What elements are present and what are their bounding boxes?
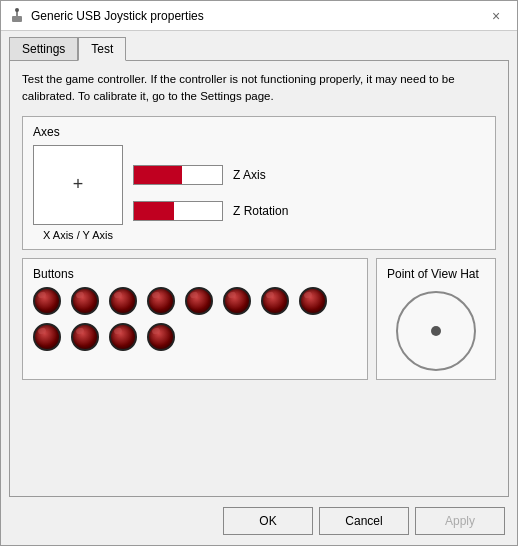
pov-circle — [396, 291, 476, 371]
axes-content: + X Axis / Y Axis Z Axis — [33, 145, 485, 241]
buttons-section: Buttons — [22, 258, 368, 380]
button-1 — [33, 287, 61, 315]
crosshair-icon: + — [73, 174, 84, 195]
z-axis-fill — [134, 166, 182, 184]
title-bar: Generic USB Joystick properties × — [1, 1, 517, 31]
z-rotation-bar — [133, 201, 223, 221]
lower-section: Buttons — [22, 258, 496, 380]
axes-section: Axes + X Axis / Y Axis Z Axis — [22, 116, 496, 250]
z-rotation-label: Z Rotation — [233, 204, 288, 218]
xy-axis-label: X Axis / Y Axis — [43, 229, 113, 241]
button-7 — [261, 287, 289, 315]
z-rotation-fill — [134, 202, 174, 220]
buttons-grid — [33, 287, 357, 351]
z-axis-row: Z Axis — [133, 165, 485, 185]
buttons-label: Buttons — [33, 267, 357, 281]
button-12 — [147, 323, 175, 351]
z-rotation-row: Z Rotation — [133, 201, 485, 221]
description-text: Test the game controller. If the control… — [22, 71, 496, 106]
close-button[interactable]: × — [483, 6, 509, 26]
button-2 — [71, 287, 99, 315]
footer: OK Cancel Apply — [1, 497, 517, 545]
button-8 — [299, 287, 327, 315]
axes-sliders: Z Axis Z Rotation — [133, 165, 485, 221]
pov-circle-container — [387, 291, 485, 371]
tab-content: Test the game controller. If the control… — [9, 60, 509, 497]
svg-point-2 — [15, 8, 19, 12]
button-4 — [147, 287, 175, 315]
tab-test[interactable]: Test — [78, 37, 126, 61]
pov-section: Point of View Hat — [376, 258, 496, 380]
buttons-row-2 — [33, 323, 357, 351]
xy-axis-box: + — [33, 145, 123, 225]
z-axis-label: Z Axis — [233, 168, 266, 182]
window: Generic USB Joystick properties × Settin… — [0, 0, 518, 546]
button-5 — [185, 287, 213, 315]
z-axis-bar — [133, 165, 223, 185]
button-9 — [33, 323, 61, 351]
buttons-row-1 — [33, 287, 357, 315]
title-text: Generic USB Joystick properties — [31, 9, 204, 23]
button-3 — [109, 287, 137, 315]
axes-label: Axes — [33, 125, 485, 139]
cancel-button[interactable]: Cancel — [319, 507, 409, 535]
button-11 — [109, 323, 137, 351]
tabs-bar: Settings Test — [1, 31, 517, 60]
button-6 — [223, 287, 251, 315]
pov-dot — [431, 326, 441, 336]
joystick-icon — [9, 8, 25, 24]
tab-settings[interactable]: Settings — [9, 37, 78, 60]
title-bar-left: Generic USB Joystick properties — [9, 8, 204, 24]
pov-label: Point of View Hat — [387, 267, 485, 281]
button-10 — [71, 323, 99, 351]
apply-button[interactable]: Apply — [415, 507, 505, 535]
ok-button[interactable]: OK — [223, 507, 313, 535]
